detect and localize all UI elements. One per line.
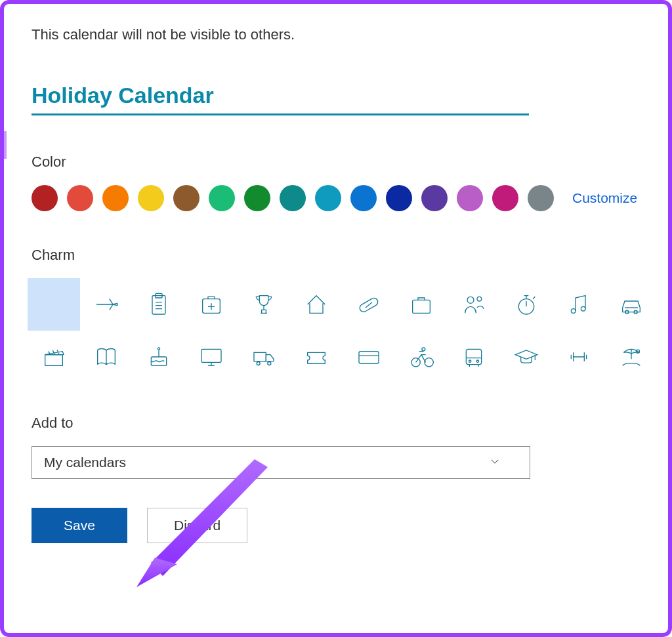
color-swatch-12[interactable] bbox=[457, 185, 483, 211]
color-swatch-14[interactable] bbox=[528, 185, 554, 211]
charm-briefcase-icon[interactable] bbox=[395, 278, 448, 331]
color-swatch-9[interactable] bbox=[350, 185, 377, 211]
charm-trophy-icon[interactable] bbox=[238, 278, 290, 331]
color-swatch-6[interactable] bbox=[244, 185, 270, 211]
color-swatch-8[interactable] bbox=[315, 185, 341, 211]
charm-bike-icon[interactable] bbox=[395, 331, 448, 383]
color-swatch-13[interactable] bbox=[492, 185, 518, 211]
charm-clapper-icon[interactable] bbox=[28, 331, 80, 383]
button-row: Save Discard bbox=[32, 508, 640, 543]
color-row: Customize bbox=[32, 185, 640, 211]
color-swatch-4[interactable] bbox=[173, 185, 200, 211]
color-swatch-0[interactable] bbox=[32, 185, 58, 211]
color-swatch-3[interactable] bbox=[138, 185, 164, 211]
calendar-name-input[interactable] bbox=[32, 83, 529, 115]
charm-none-icon[interactable] bbox=[28, 278, 80, 331]
charm-beach-icon[interactable] bbox=[605, 331, 658, 383]
save-button[interactable]: Save bbox=[32, 508, 127, 543]
create-calendar-panel: This calendar will not be visible to oth… bbox=[0, 0, 672, 569]
addto-section-label: Add to bbox=[32, 415, 640, 432]
addto-value: My calendars bbox=[44, 455, 126, 470]
charm-truck-icon[interactable] bbox=[238, 331, 290, 383]
charm-car-icon[interactable] bbox=[605, 278, 658, 331]
charm-plane-icon[interactable] bbox=[80, 278, 133, 331]
color-section-label: Color bbox=[32, 154, 640, 171]
charm-ticket-icon[interactable] bbox=[290, 331, 343, 383]
charm-card-icon[interactable] bbox=[343, 331, 395, 383]
charm-dumbbell-icon[interactable] bbox=[553, 331, 605, 383]
charm-music-icon[interactable] bbox=[553, 278, 605, 331]
charm-clipboard-icon[interactable] bbox=[133, 278, 185, 331]
customize-link[interactable]: Customize bbox=[572, 190, 637, 206]
color-swatch-5[interactable] bbox=[209, 185, 235, 211]
charm-cake-icon[interactable] bbox=[133, 331, 185, 383]
charm-section-label: Charm bbox=[32, 247, 640, 264]
charm-home-icon[interactable] bbox=[290, 278, 343, 331]
chevron-down-icon bbox=[489, 455, 501, 470]
color-swatch-7[interactable] bbox=[280, 185, 306, 211]
charm-stopwatch-icon[interactable] bbox=[500, 278, 553, 331]
color-swatch-1[interactable] bbox=[67, 185, 93, 211]
charm-book-icon[interactable] bbox=[80, 331, 133, 383]
addto-select[interactable]: My calendars bbox=[32, 446, 530, 479]
color-swatch-10[interactable] bbox=[386, 185, 412, 211]
charm-grad-icon[interactable] bbox=[500, 331, 553, 383]
discard-button[interactable]: Discard bbox=[147, 508, 247, 543]
charm-people-icon[interactable] bbox=[448, 278, 500, 331]
charm-firstaid-icon[interactable] bbox=[185, 278, 238, 331]
charm-grid bbox=[28, 278, 658, 383]
charm-bus-icon[interactable] bbox=[448, 331, 500, 383]
color-swatch-2[interactable] bbox=[102, 185, 129, 211]
color-swatch-11[interactable] bbox=[421, 185, 448, 211]
visibility-notice: This calendar will not be visible to oth… bbox=[32, 26, 640, 43]
charm-monitor-icon[interactable] bbox=[185, 331, 238, 383]
charm-pill-icon[interactable] bbox=[343, 278, 395, 331]
